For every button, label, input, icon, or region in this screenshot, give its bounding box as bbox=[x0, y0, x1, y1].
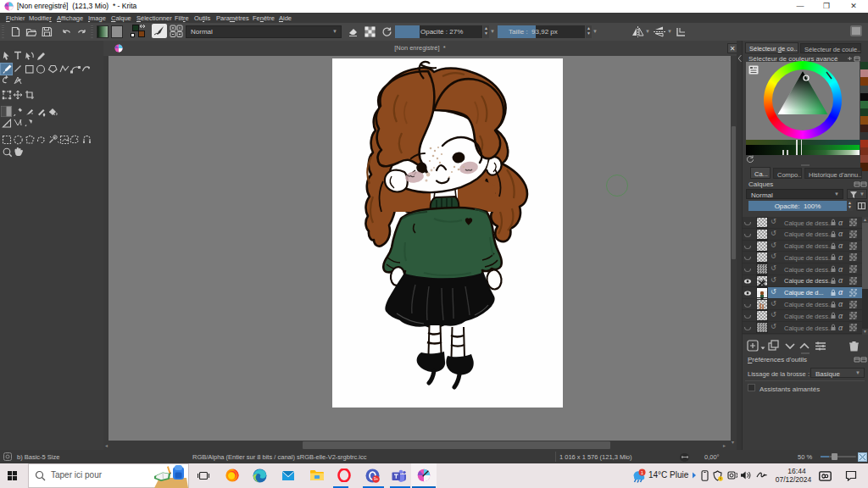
svg-text:9+: 9+ bbox=[374, 477, 379, 481]
